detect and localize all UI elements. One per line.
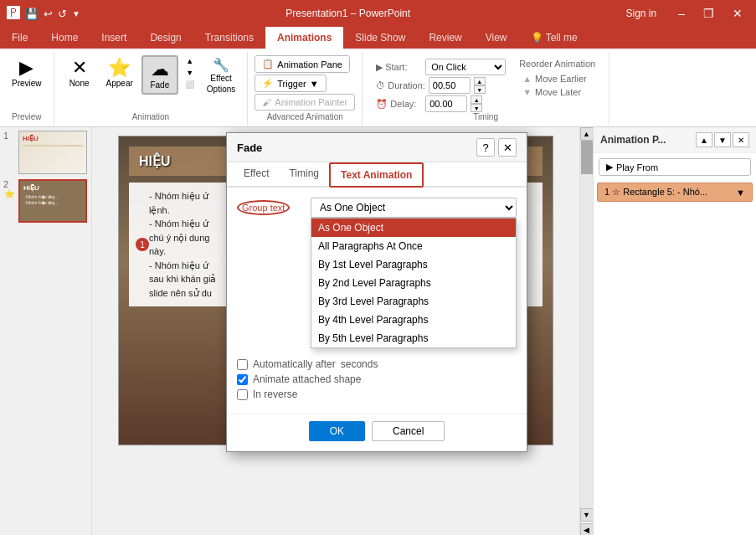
tab-animations[interactable]: Animations: [265, 27, 343, 49]
animation-group-label: Animation: [132, 112, 169, 121]
trigger-label: Trigger: [277, 79, 306, 89]
tab-transitions[interactable]: Transitions: [193, 27, 265, 49]
animate-shape-label: Animate attached shape: [253, 373, 361, 385]
duration-spinner[interactable]: ▲ ▼: [474, 77, 486, 94]
tab-home[interactable]: Home: [39, 27, 90, 49]
duration-up[interactable]: ▲: [474, 77, 486, 85]
slide-1-number: 1: [3, 131, 15, 141]
scroll-up-button[interactable]: ▲: [580, 127, 594, 141]
slide-2-star: ⭐: [4, 189, 14, 198]
animate-shape-checkbox[interactable]: [237, 374, 248, 385]
dropdown-item-4[interactable]: By 3rd Level Paragraphs: [311, 292, 516, 311]
cancel-button[interactable]: Cancel: [372, 421, 445, 441]
dialog-help-button[interactable]: ?: [476, 138, 495, 157]
dialog-tab-text-animation[interactable]: Text Animation: [329, 162, 424, 188]
app-icon: 🅿: [7, 6, 20, 21]
scroll-left-button[interactable]: ◀: [580, 523, 594, 535]
slide-2-number: 2: [3, 179, 15, 189]
start-row: ▶ Start: On Click With Previous After Pr…: [376, 59, 506, 75]
dropdown-item-3[interactable]: By 2nd Level Paragraphs: [311, 274, 516, 292]
duration-down[interactable]: ▼: [474, 85, 486, 94]
slide-title: HIỆU: [139, 154, 171, 168]
dropdown-item-1[interactable]: All Paragraphs At Once: [311, 237, 516, 255]
move-later-label: Move Later: [535, 87, 581, 97]
delay-up[interactable]: ▲: [471, 95, 482, 104]
dropdown-item-5[interactable]: By 4th Level Paragraphs: [311, 311, 516, 329]
tab-design[interactable]: Design: [138, 27, 193, 49]
automatically-checkbox[interactable]: [237, 359, 248, 370]
group-text-row: Group text As One Object As One Object A…: [237, 198, 517, 218]
appear-animation-button[interactable]: ⭐ Appear: [101, 55, 138, 91]
group-text-select[interactable]: As One Object: [311, 198, 517, 218]
group-text-dropdown[interactable]: As One Object All Paragraphs At Once By …: [311, 218, 517, 348]
none-animation-button[interactable]: ✕ None: [61, 55, 98, 91]
dialog-tab-timing[interactable]: Timing: [279, 162, 329, 186]
save-icon[interactable]: 💾: [25, 8, 39, 20]
slide-1-thumbnail[interactable]: HIỆU: [18, 131, 87, 174]
title-bar: 🅿 💾 ↩ ↺ ▼ Presentation1 – PowerPoint Sig…: [0, 0, 756, 27]
tab-slideshow[interactable]: Slide Show: [343, 27, 417, 49]
anim-item-label: 1 ☆ Rectangle 5: - Nhó...: [604, 187, 707, 198]
in-reverse-row: In reverse: [237, 388, 517, 400]
minimize-button[interactable]: –: [671, 5, 692, 22]
tab-review[interactable]: Review: [417, 27, 473, 49]
slide-thumb-1[interactable]: 1 HIỆU: [3, 131, 88, 174]
move-earlier-icon: ▲: [522, 74, 532, 84]
move-earlier-button[interactable]: ▲ Move Earlier: [519, 72, 595, 85]
dropdown-item-2[interactable]: By 1st Level Paragraphs: [311, 255, 516, 274]
dialog-footer: OK Cancel: [227, 414, 527, 451]
delay-label: ⏰ Delay:: [376, 99, 422, 110]
scroll-up-button[interactable]: ▲: [182, 55, 198, 67]
dialog-close-button[interactable]: ✕: [498, 138, 517, 157]
scroll-down-button2[interactable]: ▼: [580, 508, 594, 522]
fade-animation-button[interactable]: ☁ Fade: [141, 55, 178, 95]
tab-view[interactable]: View: [474, 27, 519, 49]
dropdown-item-6[interactable]: By 5th Level Paragraphs: [311, 329, 516, 347]
scroll-thumb[interactable]: [581, 141, 593, 174]
anim-pane-down-button[interactable]: ▼: [714, 132, 731, 147]
ok-button[interactable]: OK: [309, 421, 365, 441]
scroll-down-button[interactable]: ▼: [182, 67, 198, 79]
slide-thumb-2[interactable]: 2 ⭐ HIỆU - Nhóm hiệu ứng... - Nhóm hiệu …: [3, 179, 88, 223]
tab-file[interactable]: File: [0, 27, 39, 49]
undo-icon[interactable]: ↩: [44, 8, 53, 20]
start-select[interactable]: On Click With Previous After Previous: [425, 59, 506, 75]
close-button[interactable]: ✕: [726, 5, 749, 22]
delay-input[interactable]: [425, 95, 467, 112]
delay-spinner[interactable]: ▲ ▼: [471, 95, 482, 112]
more-animations-button[interactable]: ⬜: [182, 79, 198, 90]
tab-tellme[interactable]: 💡 Tell me: [519, 27, 589, 49]
preview-button[interactable]: ▶ Preview: [7, 55, 47, 91]
delay-down[interactable]: ▼: [471, 104, 482, 112]
move-later-button[interactable]: ▼ Move Later: [519, 85, 595, 99]
dropdown-item-0[interactable]: As One Object: [311, 219, 516, 237]
scroll-area: ▲ ▼ ◀ ▶: [579, 127, 593, 535]
timing-group-label: Timing: [473, 112, 498, 121]
play-from-button[interactable]: ▶ Play From: [599, 158, 751, 176]
animation-pane-button[interactable]: 📋 Animation Pane: [255, 55, 350, 73]
duration-input[interactable]: [429, 77, 471, 94]
signin-button[interactable]: Sign in: [615, 4, 666, 23]
tab-insert[interactable]: Insert: [90, 27, 138, 49]
redo-icon[interactable]: ↺: [58, 8, 67, 20]
ribbon-tabs: File Home Insert Design Transitions Anim…: [0, 27, 756, 49]
customize-icon[interactable]: ▼: [72, 9, 80, 18]
group-text-circle: Group text: [237, 200, 290, 215]
dialog-tab-effect[interactable]: Effect: [234, 162, 279, 186]
animate-shape-row: Animate attached shape: [237, 373, 517, 385]
restore-button[interactable]: ❐: [697, 5, 721, 22]
group-text-label: Group text: [237, 200, 304, 215]
animation-painter-button[interactable]: 🖌 Animation Painter: [255, 94, 355, 111]
ribbon-group-timing: ▶ Start: On Click With Previous After Pr…: [363, 52, 609, 125]
slide-2-thumbnail[interactable]: HIỆU - Nhóm hiệu ứng... - Nhóm hiệu ứng.…: [18, 179, 87, 223]
effect-options-button[interactable]: 🔧 Effect Options: [202, 55, 240, 97]
duration-icon: ⏱: [376, 80, 385, 90]
preview-icon: ▶: [19, 59, 33, 77]
anim-pane-close-button[interactable]: ✕: [733, 132, 749, 147]
ribbon-content: ▶ Preview Preview ✕ None ⭐ Appear ☁ Fade: [0, 49, 756, 126]
animation-item-1[interactable]: 1 ☆ Rectangle 5: - Nhó... ▼: [597, 183, 753, 202]
anim-pane-up-button[interactable]: ▲: [696, 132, 712, 147]
slide-panel: 1 HIỆU 2 ⭐ HIỆU - Nhóm hiệu ứng... - Nhó…: [0, 127, 92, 535]
trigger-button[interactable]: ⚡ Trigger ▼: [255, 75, 326, 92]
in-reverse-checkbox[interactable]: [237, 389, 248, 400]
